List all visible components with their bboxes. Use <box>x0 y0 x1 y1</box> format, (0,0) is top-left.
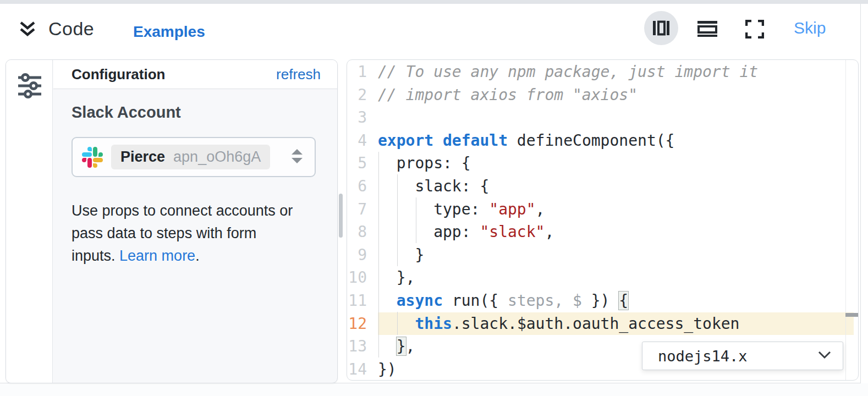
config-body: Slack Account Pierce apn_oOh6gA Use prop… <box>53 89 337 383</box>
page-title: Code <box>48 18 94 40</box>
slack-account-label: Slack Account <box>72 103 337 122</box>
top-edge-strip <box>0 0 868 4</box>
expand-corners-icon <box>745 20 764 38</box>
code-text: slack: { <box>378 175 854 198</box>
active-code-text: this.slack.$auth.oauth_access_token <box>378 312 854 336</box>
examples-link[interactable]: Examples <box>133 23 205 41</box>
line-number[interactable]: 12 <box>347 312 367 336</box>
code-text: app: "slack", <box>378 221 854 244</box>
line-number[interactable]: 1 <box>347 61 367 84</box>
line-number[interactable]: 4 <box>347 129 367 152</box>
layout-rows-button[interactable] <box>697 20 718 37</box>
columns-layout-icon <box>652 20 670 36</box>
account-name: Pierce <box>120 148 165 166</box>
code-line[interactable]: 4export default defineComponent({ <box>347 129 858 152</box>
runtime-label: nodejs14.x <box>658 348 748 365</box>
account-token: apn_oOh6gA <box>173 148 261 166</box>
line-number[interactable]: 3 <box>347 106 367 129</box>
slack-logo-icon <box>82 147 103 168</box>
code-line[interactable]: 5 props: { <box>347 152 858 175</box>
code-text: }, <box>378 266 854 289</box>
code-line[interactable]: 1// To use any npm package, just import … <box>347 61 858 84</box>
code-line[interactable]: 6 slack: { <box>347 175 858 198</box>
learn-more-link[interactable]: Learn more <box>119 248 195 264</box>
line-number[interactable]: 5 <box>347 152 367 175</box>
code-line[interactable]: 11 async run({ steps, $ }) { <box>347 289 858 312</box>
line-number[interactable]: 10 <box>347 266 367 289</box>
line-number[interactable]: 13 <box>347 335 367 358</box>
page-bottom-area <box>0 383 868 396</box>
slack-account-select[interactable]: Pierce apn_oOh6gA <box>72 137 316 177</box>
double-chevron-down-icon <box>19 21 36 37</box>
rows-layout-icon <box>697 20 718 37</box>
refresh-link[interactable]: refresh <box>276 66 321 83</box>
overview-ruler[interactable] <box>845 60 846 380</box>
runtime-select[interactable]: nodejs14.x <box>642 342 843 370</box>
props-description: Use props to connect accounts or pass da… <box>72 200 337 267</box>
code-text: } <box>378 244 854 267</box>
description-line: pass data to steps with form <box>72 222 337 245</box>
fullscreen-button[interactable] <box>745 20 764 38</box>
panel-scrollbar-thumb[interactable] <box>339 194 343 238</box>
code-line[interactable]: 7 type: "app", <box>347 198 858 221</box>
config-header: Configuration refresh <box>53 60 337 89</box>
code-text: type: "app", <box>378 198 854 221</box>
overview-ruler-marker <box>845 313 859 317</box>
code-line[interactable]: 3 <box>347 106 858 129</box>
line-number[interactable]: 2 <box>347 84 367 107</box>
code-line[interactable]: 2// import axios from "axios" <box>347 84 858 107</box>
layout-columns-button[interactable] <box>644 11 678 45</box>
line-number[interactable]: 11 <box>347 289 367 312</box>
code-text: props: { <box>378 152 854 175</box>
code-line[interactable]: 10 }, <box>347 266 858 289</box>
description-line: inputs. Learn more. <box>72 245 337 267</box>
chevron-down-icon <box>817 350 832 362</box>
code-line[interactable]: 9 } <box>347 244 858 267</box>
skip-link[interactable]: Skip <box>794 19 826 37</box>
account-pill: Pierce apn_oOh6gA <box>111 145 270 169</box>
code-lines: 1// To use any npm package, just import … <box>347 61 858 381</box>
collapse-step-button[interactable] <box>19 21 36 37</box>
code-line[interactable]: 8 app: "slack", <box>347 221 858 244</box>
line-number[interactable]: 6 <box>347 175 367 198</box>
line-number[interactable]: 9 <box>347 244 367 267</box>
line-number[interactable]: 8 <box>347 221 367 244</box>
code-text: async run({ steps, $ }) { <box>378 289 854 312</box>
code-text <box>378 106 854 129</box>
code-text: export default defineComponent({ <box>378 129 854 152</box>
code-text: // To use any npm package, just import i… <box>378 61 854 84</box>
config-title: Configuration <box>72 66 165 83</box>
line-number[interactable]: 14 <box>347 358 367 381</box>
up-down-arrows-icon <box>290 148 304 167</box>
configuration-panel: Configuration refresh Slack Account Pier… <box>6 59 338 383</box>
code-text: // import axios from "axios" <box>378 84 854 107</box>
sliders-icon[interactable] <box>17 73 43 101</box>
description-line: Use props to connect accounts or <box>72 200 337 222</box>
line-number[interactable]: 7 <box>347 198 367 221</box>
code-line[interactable]: 12 this.slack.$auth.oauth_access_token <box>347 312 858 336</box>
config-rail <box>6 60 53 383</box>
code-editor[interactable]: 1// To use any npm package, just import … <box>347 59 859 381</box>
page-right-border <box>860 4 861 383</box>
